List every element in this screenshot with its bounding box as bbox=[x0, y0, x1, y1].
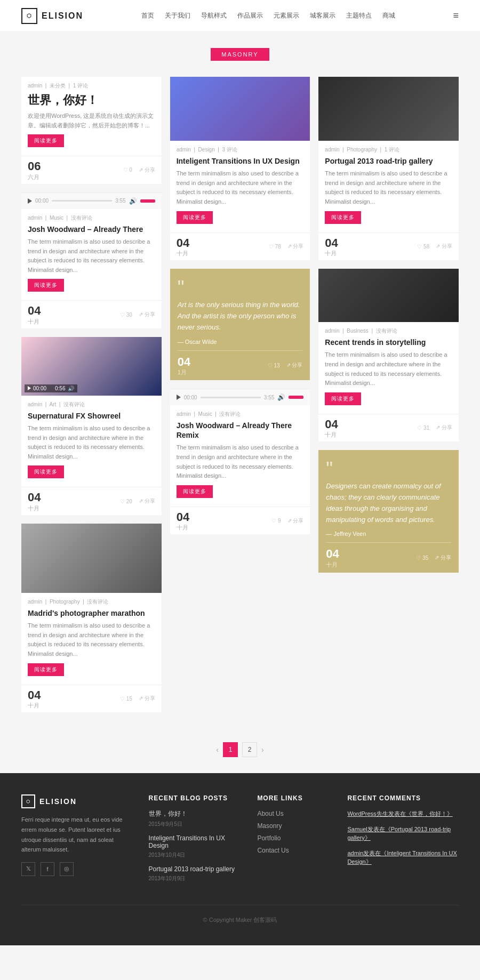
column-3: admin | Photography | 1 评论 Portugal 2013… bbox=[318, 77, 459, 581]
like-count-madrid[interactable]: ♡ 15 bbox=[120, 696, 132, 702]
share-storytelling[interactable]: ⇗ 分享 bbox=[436, 424, 452, 431]
nav-item-5[interactable]: 城客展示 bbox=[310, 12, 335, 19]
read-more-button-audio2[interactable]: 阅读更多 bbox=[177, 485, 213, 498]
copyright-text: © Copyright Maker 创客源码 bbox=[203, 917, 277, 923]
progress-bar-2[interactable] bbox=[201, 397, 261, 398]
play-button[interactable] bbox=[28, 198, 32, 204]
nav-item-6[interactable]: 主题特点 bbox=[346, 12, 372, 19]
footer-link-portfolio-anchor[interactable]: Portfolio bbox=[257, 834, 281, 842]
nav-item-3[interactable]: 作品展示 bbox=[237, 12, 263, 19]
read-more-button-supernatural[interactable]: 阅读更多 bbox=[28, 465, 64, 478]
prev-page-button[interactable]: ‹ bbox=[216, 745, 219, 754]
share-audio1[interactable]: ⇗ 分享 bbox=[139, 311, 155, 318]
card-meta-supernatural: admin | Art | 没有评论 bbox=[28, 401, 155, 408]
read-more-button-storytelling[interactable]: 阅读更多 bbox=[325, 392, 361, 405]
card-meta-audio1: admin | Music | 没有评论 bbox=[28, 214, 155, 222]
page-1-button[interactable]: 1 bbox=[223, 742, 238, 757]
footer-link-about-anchor[interactable]: About Us bbox=[257, 810, 283, 817]
footer-comment-link-3[interactable]: admin发表在《Inteligent Transitions In UX De… bbox=[347, 850, 457, 865]
card-image-portugal bbox=[318, 77, 459, 141]
nav-item-7[interactable]: 商城 bbox=[382, 12, 395, 19]
card-title-supernatural: Supernatural FX Showreel bbox=[28, 411, 155, 421]
footer-social: 𝕏 f ◎ bbox=[21, 862, 133, 876]
card-actions: ♡ 0 ⇗ 分享 bbox=[123, 166, 155, 174]
card-josh-woodward-1: 00:00 3:55 🔊 admin | Music | 没有评论 Josh W… bbox=[21, 192, 162, 328]
read-more-button[interactable]: 阅读更多 bbox=[28, 134, 64, 147]
audio-player-2[interactable]: 00:00 3:55 🔊 bbox=[170, 389, 310, 405]
quote-text-oscar: Art is the only serious thing in the wor… bbox=[178, 300, 303, 333]
grid-container: admin | 未分类 | 1 评论 世界，你好！ 欢迎使用WordPress,… bbox=[11, 71, 469, 726]
card-image-madrid bbox=[21, 524, 162, 593]
card-josh-woodward-2: 00:00 3:55 🔊 admin | Music | 没有评论 Josh W… bbox=[170, 389, 310, 534]
read-more-button-ux[interactable]: 阅读更多 bbox=[177, 211, 213, 224]
card-footer-ux: 04 十月 ♡ 78 ⇗ 分享 bbox=[170, 232, 310, 261]
like-count-audio1[interactable]: ♡ 30 bbox=[120, 312, 132, 318]
share-madrid[interactable]: ⇗ 分享 bbox=[139, 695, 155, 702]
instagram-icon[interactable]: ◎ bbox=[60, 862, 74, 876]
time-end-2: 3:55 bbox=[264, 395, 274, 400]
facebook-icon[interactable]: f bbox=[41, 862, 54, 876]
card-image-wrap-supernatural: 00:00 0:56 🔊 bbox=[21, 337, 162, 396]
share-audio2[interactable]: ⇗ 分享 bbox=[287, 517, 304, 525]
recent-posts-title: RECENT BLOG POSTS bbox=[149, 794, 242, 802]
card-portugal: admin | Photography | 1 评论 Portugal 2013… bbox=[318, 77, 459, 260]
hamburger-icon[interactable]: ≡ bbox=[453, 10, 459, 21]
like-count-storytelling[interactable]: ♡ 31 bbox=[417, 425, 429, 431]
time-start-2: 00:00 bbox=[184, 395, 197, 400]
audio-player[interactable]: 00:00 3:55 🔊 bbox=[21, 192, 162, 209]
card-title-portugal: Portugal 2013 road-trip gallery bbox=[325, 156, 452, 166]
read-more-button-portugal[interactable]: 阅读更多 bbox=[325, 211, 361, 224]
nav-item-2[interactable]: 导航样式 bbox=[201, 12, 227, 19]
like-count-portugal[interactable]: ♡ 58 bbox=[417, 244, 429, 250]
next-page-button[interactable]: › bbox=[261, 745, 264, 754]
footer-comments-col: RECENT COMMENTS WordPress先生发表在《世界，你好！》 S… bbox=[347, 794, 459, 889]
share-ux[interactable]: ⇗ 分享 bbox=[287, 243, 304, 250]
progress-bar[interactable] bbox=[52, 200, 112, 202]
card-title-cn: 世界，你好！ bbox=[28, 92, 155, 108]
footer-post-link-3[interactable]: Portugal 2013 road-trip gallery bbox=[149, 865, 242, 873]
card-supernatural: 00:00 0:56 🔊 admin | Art | 没有评论 Supernat… bbox=[21, 337, 162, 515]
twitter-icon[interactable]: 𝕏 bbox=[21, 862, 35, 876]
footer-comment-link-2[interactable]: Samuel发表在《Portugal 2013 road-trip galler… bbox=[347, 826, 451, 841]
card-title-audio2: Josh Woodward – Already There Remix bbox=[177, 421, 304, 440]
card-meta-storytelling: admin | Business | 没有评论 bbox=[325, 327, 452, 335]
footer-comment-link-1[interactable]: WordPress先生发表在《世界，你好！》 bbox=[347, 810, 452, 817]
column-1: admin | 未分类 | 1 评论 世界，你好！ 欢迎使用WordPress,… bbox=[21, 77, 162, 721]
time-start: 00:00 bbox=[35, 198, 49, 204]
nav-item-0[interactable]: 首页 bbox=[141, 12, 154, 19]
card-ux-design: admin | Design | 3 评论 Inteligent Transit… bbox=[170, 77, 310, 260]
footer-post-link-2[interactable]: Inteligent Transitions In UX Design bbox=[149, 834, 242, 849]
card-footer-supernatural: 04 十月 ♡ 20 ⇗ 分享 bbox=[21, 487, 162, 515]
footer-link-contact-anchor[interactable]: Contact Us bbox=[257, 847, 289, 854]
card-meta-madrid: admin | Photography | 没有评论 bbox=[28, 598, 155, 606]
volume-icon[interactable]: 🔊 bbox=[129, 197, 137, 205]
like-count-supernatural[interactable]: ♡ 20 bbox=[120, 499, 132, 504]
footer-comment-3: admin发表在《Inteligent Transitions In UX De… bbox=[347, 849, 459, 866]
share-action[interactable]: ⇗ 分享 bbox=[139, 166, 155, 174]
share-supernatural[interactable]: ⇗ 分享 bbox=[139, 497, 155, 505]
footer-link-masonry: Masonry bbox=[257, 822, 331, 830]
logo[interactable]: ⬡ ELISION bbox=[21, 8, 83, 24]
footer-link-masonry-anchor[interactable]: Masonry bbox=[257, 822, 282, 830]
read-more-button-madrid[interactable]: 阅读更多 bbox=[28, 663, 64, 676]
footer-comment-2: Samuel发表在《Portugal 2013 road-trip galler… bbox=[347, 825, 459, 842]
quote-text-jeffrey: Designers can create normalcy out of cha… bbox=[326, 481, 451, 525]
like-count-oscar[interactable]: ♡ 13 bbox=[268, 363, 280, 368]
footer-post-link-1[interactable]: 世界，你好！ bbox=[149, 809, 242, 818]
page-2-button[interactable]: 2 bbox=[242, 742, 257, 757]
nav-item-4[interactable]: 元素展示 bbox=[274, 12, 299, 19]
share-oscar[interactable]: ⇗ 分享 bbox=[286, 362, 303, 369]
logo-text: ELISION bbox=[42, 11, 83, 21]
volume-icon-2[interactable]: 🔊 bbox=[277, 393, 285, 401]
like-count-audio2[interactable]: ♡ 9 bbox=[271, 518, 281, 524]
read-more-button-audio1[interactable]: 阅读更多 bbox=[28, 279, 64, 292]
like-count-ux[interactable]: ♡ 78 bbox=[269, 244, 281, 250]
play-button-2[interactable] bbox=[177, 395, 181, 400]
like-count-jeffrey[interactable]: ♡ 35 bbox=[416, 555, 428, 561]
share-portugal[interactable]: ⇗ 分享 bbox=[436, 243, 452, 250]
share-jeffrey[interactable]: ⇗ 分享 bbox=[435, 554, 451, 561]
like-count[interactable]: ♡ 0 bbox=[123, 167, 132, 173]
footer-post-2: Inteligent Transitions In UX Design 2013… bbox=[149, 834, 242, 859]
nav-item-1[interactable]: 关于我们 bbox=[165, 12, 190, 19]
logo-icon: ⬡ bbox=[21, 8, 37, 24]
